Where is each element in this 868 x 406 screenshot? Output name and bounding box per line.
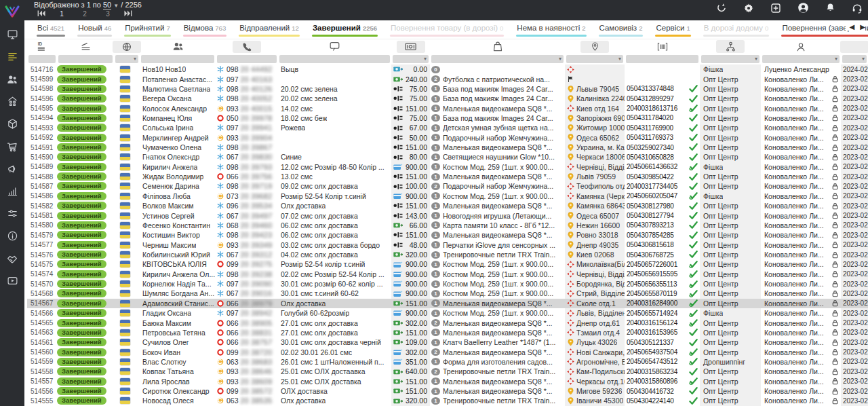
avatar-icon[interactable] [797, 2, 809, 14]
tab-2[interactable]: Новый46 [77, 20, 112, 39]
order-row[interactable]: 514555ЗавершенийНовосад Олеся06320 38535… [27, 396, 868, 405]
column-header-13[interactable] [841, 39, 868, 54]
tab-7[interactable]: Повернення товару (в дорозі)0 [390, 20, 504, 39]
order-row[interactable]: 514558ЗавершенийКовпак Татьяна09320 3864… [27, 367, 868, 376]
tab-11[interactable]: В дорозі додому0 [703, 20, 770, 39]
column-header-7[interactable] [391, 39, 430, 54]
column-filter-input[interactable] [393, 55, 429, 63]
column-filter-input[interactable] [626, 55, 698, 63]
tab-10[interactable]: Сервіси1 [655, 20, 690, 39]
column-header-8[interactable] [430, 39, 565, 54]
order-row[interactable]: 514565ЗавершенийБаюка Максим06620 389052… [27, 318, 868, 327]
last-page-icon[interactable] [119, 10, 137, 16]
sidebar-item-purchases[interactable] [0, 135, 24, 158]
sidebar-item-partners[interactable] [0, 247, 24, 270]
column-filter-input[interactable] [566, 55, 623, 63]
order-row[interactable]: 514589ЗавершенийКирилич Анжела09820 3979… [27, 162, 868, 172]
order-row[interactable]: 514587ЗавершенийСеменюк Дарина09820 3971… [27, 181, 868, 191]
column-header-1[interactable]: ID [27, 39, 57, 54]
sidebar-item-automation[interactable] [0, 202, 24, 225]
order-row[interactable]: 514579ЗавершенийКостишин Виктор09820 394… [27, 230, 868, 240]
column-header-6[interactable] [278, 39, 391, 54]
order-row[interactable]: 514590ЗавершенийГнатюк Олексндр06720 398… [27, 152, 868, 162]
column-header-5[interactable] [216, 39, 278, 54]
bell-icon[interactable] [825, 3, 835, 13]
lock-icon [831, 114, 839, 122]
tabs-scroll-right-icon[interactable]: ▶ [860, 23, 865, 31]
sidebar-item-dashboard[interactable] [0, 23, 24, 45]
column-filter-input[interactable] [115, 55, 138, 63]
tab-6[interactable]: Завершений2256 [312, 20, 378, 39]
order-row[interactable]: 514574ЗавершенийКирилич Анжела Ол...0982… [27, 270, 868, 279]
order-row[interactable]: 514593ЗавершенийСольська Ірина09720 3994… [27, 123, 868, 132]
sidebar-item-franchise[interactable] [0, 90, 24, 113]
sidebar-item-info[interactable] [0, 225, 24, 247]
column-filter-input[interactable] [217, 55, 277, 63]
order-row[interactable]: 514556ЗавершенийСиротюк Олександр09920 3… [27, 386, 868, 396]
order-row[interactable]: 514570ЗавершенийКорнелюк Надія Та...0972… [27, 279, 868, 289]
tab-4[interactable]: Відмова763 [183, 20, 226, 39]
column-filter-input[interactable] [762, 55, 840, 63]
order-row[interactable]: 514568ЗавершенийШумляс Богдана Ан...0672… [27, 289, 868, 298]
column-header-10[interactable] [625, 39, 700, 54]
gear-icon[interactable] [743, 3, 754, 14]
sidebar-item-video-tutorials[interactable] [0, 270, 24, 292]
order-row[interactable]: 514580ЗавершенийФесенко Константин06820 … [27, 221, 868, 230]
page-number-2[interactable]: 2 [73, 10, 96, 18]
column-header-12[interactable] [761, 39, 841, 54]
first-page-icon[interactable] [33, 10, 50, 16]
order-row[interactable]: 514586ЗавершенийФіліпова Люба07320 39682… [27, 191, 868, 201]
column-filter-input[interactable] [842, 55, 867, 63]
order-row[interactable]: 514592ЗавершенийМерклингер Андрей09320 3… [27, 133, 868, 143]
sidebar-item-marketing[interactable] [0, 158, 24, 180]
column-header-3[interactable] [114, 39, 140, 54]
column-header-2[interactable] [57, 39, 114, 54]
order-row[interactable]: 514588ЗавершенийЖидак Володимир06620 397… [27, 172, 868, 181]
sidebar-item-products[interactable] [0, 113, 24, 135]
order-row[interactable]: 514577ЗавершенийЧерниш Максим09320 39349… [27, 240, 868, 249]
order-row[interactable]: 514563ЗавершенийПетровська Тетяна06620 3… [27, 328, 868, 337]
order-row[interactable]: 514559ЗавершенийВлас Слотюу06320 3868326… [27, 357, 868, 367]
sidebar-item-statistics[interactable] [0, 180, 24, 202]
tab-8[interactable]: Нема в наявності2 [516, 20, 586, 39]
support-icon[interactable] [852, 3, 863, 14]
order-row[interactable]: 514575ЗавершенийКВІТОВСЬКА ЮЛІЯ09920 392… [27, 259, 868, 269]
tab-5[interactable]: Відправлений12 [239, 20, 300, 39]
order-row[interactable]: 514596ЗавершенийВегера Оксана09820 40052… [27, 94, 868, 103]
column-filter-input[interactable] [58, 55, 113, 63]
column-header-11[interactable] [700, 39, 761, 54]
column-filter-input[interactable] [141, 55, 214, 63]
column-header-9[interactable] [565, 39, 625, 54]
order-row[interactable]: 514598ЗавершенийМалютина Светлана09820 4… [27, 84, 868, 94]
column-filter-input[interactable] [28, 55, 56, 63]
order-row[interactable]: 514561ЗавершенийСучилов Олег06620 387573… [27, 337, 868, 347]
column-header-4[interactable] [140, 39, 216, 54]
order-row[interactable]: 514582ЗавершенийВолков Максим09620 39534… [27, 201, 868, 210]
order-row[interactable]: 514599ЗавершенийПотапенко Анастас...0972… [27, 74, 868, 84]
order-row[interactable]: 514591ЗавершенийЧумаченко Олена09820 398… [27, 143, 868, 152]
order-row[interactable]: 514560ЗавершенийБокоч Иван09920 3872002.… [27, 347, 868, 356]
column-filter-input[interactable] [431, 55, 564, 63]
refresh-icon[interactable] [716, 3, 727, 14]
order-row[interactable]: 514576ЗавершенийКобилинський Юрий06720 3… [27, 250, 868, 259]
order-row[interactable]: 514567ЗавершенийАдамовский Станис...0662… [27, 299, 868, 308]
sidebar-item-orders[interactable] [0, 45, 24, 68]
status-cell: Завершений [57, 133, 114, 143]
order-row[interactable]: 514566ЗавершенийГладик Оксана09720 38942… [27, 308, 868, 318]
add-order-icon[interactable] [770, 3, 781, 14]
order-row[interactable]: 514581ЗавершенийУстинов Сергей06720 3949… [27, 210, 868, 220]
order-row[interactable]: 514716ЗавершенийНов10 Нов1009820 44492Вы… [27, 64, 868, 74]
page-size-select[interactable]: 50 [103, 1, 111, 10]
order-row[interactable]: 514595ЗавершенийКолосок Александр09320 4… [27, 103, 868, 113]
tabs-scroll-left-icon[interactable]: ◀ [850, 23, 855, 31]
order-row[interactable]: 514557ЗавершенийЛила Ярослав09320 386092… [27, 377, 868, 386]
tab-9[interactable]: Самовивіз2 [599, 20, 644, 39]
column-filter-input[interactable] [279, 55, 390, 63]
sidebar-item-customers[interactable] [0, 68, 24, 90]
order-row[interactable]: 514594ЗавершенийКомпанец Юля05020 399781… [27, 113, 868, 123]
page-number-3[interactable]: 3 [96, 10, 119, 18]
page-number-1[interactable]: 1 [50, 10, 73, 18]
tab-1[interactable]: Всі4521 [37, 20, 65, 39]
column-filter-input[interactable] [701, 55, 760, 63]
tab-3[interactable]: Прийнятий7 [124, 20, 171, 39]
